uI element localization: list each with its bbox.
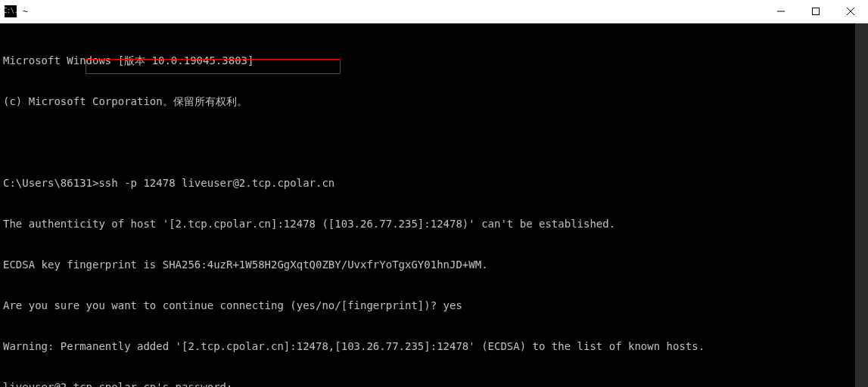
terminal-viewport[interactable]: Microsoft Windows [版本 10.0.19045.3803] (… [0, 23, 868, 387]
ssh-command: ssh -p 12478 liveuser@2.tcp.cpolar.cn [98, 177, 334, 189]
vertical-scrollbar[interactable] [855, 23, 868, 387]
blank-line [3, 135, 865, 149]
window-title-bar: C:\. ~ [0, 0, 868, 23]
app-icon: C:\. [5, 5, 17, 17]
ssh-fingerprint-line: ECDSA key fingerprint is SHA256:4uzR+1W5… [3, 258, 865, 271]
minimize-button[interactable] [764, 0, 798, 23]
intro-line-2: (c) Microsoft Corporation。保留所有权利。 [3, 94, 865, 108]
ssh-warning-line: Warning: Permanently added '[2.tcp.cpola… [3, 339, 865, 353]
ssh-password-line: liveuser@2.tcp.cpolar.cn's password: [3, 380, 865, 387]
intro-line-1: Microsoft Windows [版本 10.0.19045.3803] [3, 54, 865, 67]
ssh-confirm-line: Are you sure you want to continue connec… [3, 299, 865, 312]
prompt-line: C:\Users\86131>ssh -p 12478 liveuser@2.t… [3, 176, 865, 190]
svg-rect-1 [813, 8, 820, 15]
close-button[interactable] [833, 0, 868, 23]
maximize-button[interactable] [798, 0, 833, 23]
prompt-text: C:\Users\86131> [3, 177, 98, 189]
ssh-auth-line: The authenticity of host '[2.tcp.cpolar.… [3, 217, 865, 231]
window-title: ~ [23, 6, 28, 17]
